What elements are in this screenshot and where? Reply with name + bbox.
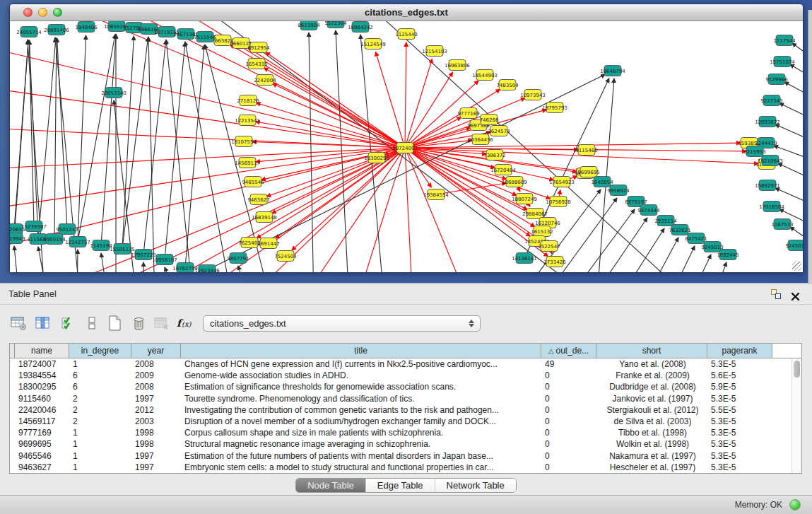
cell-pagerank: 5.6E-5	[708, 370, 773, 381]
table-row[interactable]: 1830029562008Estimation of significance …	[10, 381, 792, 392]
delete-column-icon[interactable]	[129, 313, 148, 333]
graph-node[interactable]: 16964242	[348, 22, 373, 33]
graph-node[interactable]: 9501243	[56, 224, 78, 235]
table-row[interactable]: 946554611997Estimation of the future num…	[10, 450, 792, 462]
graph-node[interactable]: 19384554	[423, 189, 449, 200]
graph-node[interactable]: 1654315	[245, 59, 267, 69]
graph-node[interactable]: 9474444	[637, 205, 660, 216]
graph-node[interactable]: 15124549	[360, 39, 386, 49]
network-window-titlebar[interactable]: citations_edges.txt	[10, 4, 803, 21]
row-height-icon[interactable]	[82, 313, 102, 333]
table-row[interactable]: 911546021997Tourette syndrome. Phenomeno…	[10, 393, 792, 404]
column-header-pagerank[interactable]: pagerank	[707, 344, 772, 358]
float-panel-icon[interactable]	[771, 289, 781, 299]
svg-text:1092445: 1092445	[717, 252, 739, 258]
graph-node[interactable]: 16839148	[252, 212, 277, 223]
svg-text:18807249: 18807249	[512, 197, 537, 202]
table-row[interactable]: 1938455462009Genome-wide association stu…	[10, 370, 792, 381]
tab-node-table[interactable]: Node Table	[296, 479, 366, 492]
graph-node[interactable]: 7524504	[274, 251, 297, 262]
table-mode-icon[interactable]	[8, 313, 28, 333]
table-row[interactable]: 977716911998Corpus callosum shape and si…	[10, 427, 792, 438]
create-column-icon[interactable]	[105, 313, 124, 333]
graph-node[interactable]: 18544903	[472, 70, 498, 81]
table-row[interactable]: 946362711997Embryonic stem cells: a mode…	[10, 462, 792, 473]
graph-node[interactable]: 12154103	[422, 46, 447, 57]
tab-network-table[interactable]: Network Table	[435, 479, 516, 492]
graph-node[interactable]: 12342757	[65, 237, 90, 247]
graph-node[interactable]: 7386372	[483, 150, 505, 160]
function-builder-icon[interactable]: f(x)	[174, 313, 198, 333]
graph-node[interactable]: 2242004	[254, 75, 276, 86]
graph-node[interactable]: 17654923	[549, 177, 575, 187]
graph-node[interactable]: 8475421	[685, 233, 707, 244]
graph-node[interactable]: 746266	[480, 115, 499, 125]
graph-node[interactable]: 7515546	[194, 32, 216, 42]
graph-node[interactable]: 9129966	[765, 74, 788, 85]
graph-node[interactable]: 9245012	[785, 240, 803, 251]
select-rows-icon[interactable]	[58, 313, 78, 333]
graph-node[interactable]: 3624574	[488, 126, 510, 136]
column-header-out_de...[interactable]: △out_de...	[541, 344, 596, 358]
graph-node[interactable]: 1167533	[771, 219, 793, 230]
graph-node[interactable]: 24055714	[16, 27, 42, 37]
graph-node[interactable]: 8912954	[247, 42, 270, 53]
graph-node[interactable]: 16720404	[490, 165, 516, 175]
graph-node[interactable]: 16648794	[600, 66, 625, 76]
graph-node[interactable]: 9699695	[577, 167, 599, 177]
citation-network-graph[interactable]: 1872400776638229660125891295416543152242…	[10, 21, 803, 272]
network-view-window[interactable]: citations_edges.txt 18724007766382296601…	[9, 4, 804, 272]
graph-node[interactable]: 20891406	[44, 25, 69, 35]
graph-node[interactable]: 1125440	[395, 29, 417, 40]
graph-node[interactable]: 14569117	[235, 158, 260, 168]
graph-node[interactable]: 9463627	[247, 194, 269, 205]
column-header-short[interactable]: short	[596, 344, 707, 358]
table-row[interactable]: 1872400712008Changes of HCN gene express…	[10, 358, 792, 370]
table-row[interactable]: 1456911722003Disruption of a novel membe…	[10, 416, 792, 427]
graph-node[interactable]: 1691447	[257, 238, 279, 249]
graph-node[interactable]: 9958924	[607, 185, 630, 196]
table-selector-dropdown[interactable]: citations_edges.txt	[203, 315, 481, 332]
cell-title: Embryonic stem cells: a model to study s…	[182, 462, 542, 473]
close-panel-icon[interactable]	[790, 288, 801, 299]
column-header-title[interactable]: title	[181, 344, 541, 358]
network-canvas[interactable]: 1872400776638229660125891295416543152242…	[10, 21, 803, 272]
show-columns-icon[interactable]	[33, 313, 52, 333]
graph-node[interactable]: 9777169	[457, 108, 479, 119]
graph-node[interactable]: 9115460	[575, 145, 597, 156]
graph-node[interactable]: 3919943	[10, 233, 25, 244]
table-vertical-scrollbar[interactable]	[792, 358, 801, 473]
graph-node[interactable]: 8613904	[298, 21, 320, 30]
graph-node[interactable]: 1092445	[717, 250, 739, 260]
graph-node[interactable]: 9857791	[227, 253, 249, 264]
graph-node[interactable]: 2718126	[237, 95, 259, 106]
graph-node[interactable]: 7483504	[496, 80, 519, 90]
graph-node[interactable]: 18107554	[231, 136, 257, 147]
graph-node[interactable]: 16963806	[445, 60, 470, 71]
graph-node[interactable]: 1940406	[75, 22, 98, 33]
graph-node[interactable]: 9465546	[242, 177, 264, 187]
table-row[interactable]: 2242004622012Investigating the contribut…	[10, 404, 792, 416]
graph-edge	[405, 148, 413, 272]
column-header-year[interactable]: year	[131, 344, 181, 358]
graph-node[interactable]: 1117544	[773, 35, 796, 46]
graph-node[interactable]: 2522547	[538, 241, 560, 252]
graph-node[interactable]: 9227343	[760, 95, 782, 106]
cell-name: 9465546	[16, 450, 70, 462]
graph-node[interactable]: 7632621	[669, 225, 690, 235]
graph-node[interactable]: 5572304	[324, 21, 347, 28]
column-header-gutter[interactable]	[10, 344, 15, 358]
cell-pagerank: 5.3E-5	[708, 358, 773, 370]
tab-edge-table[interactable]: Edge Table	[366, 479, 435, 492]
column-header-in_degree[interactable]: in_degree	[69, 344, 131, 358]
delete-table-icon[interactable]	[151, 313, 171, 333]
graph-node[interactable]: 1615132	[531, 226, 553, 237]
table-row[interactable]: 969969511998Structural magnetic resonanc…	[10, 438, 792, 450]
graph-node[interactable]: 10688609	[502, 177, 527, 187]
scrollbar-thumb[interactable]	[794, 361, 800, 378]
graph-node[interactable]: 8215953	[743, 146, 765, 157]
graph-node[interactable]: 5905154	[43, 234, 66, 245]
column-header-name[interactable]: name	[15, 344, 69, 358]
graph-node[interactable]: 1733426	[543, 257, 566, 267]
window-resize-grip-icon[interactable]	[792, 262, 801, 271]
